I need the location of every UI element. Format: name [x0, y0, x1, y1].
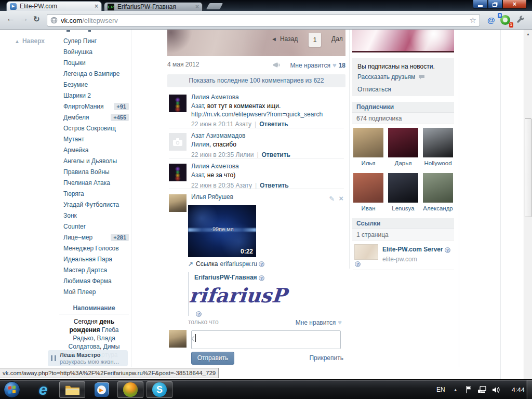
sidebar-item[interactable]: Дембеля+455 — [63, 112, 129, 123]
mention-link[interactable]: Азат — [191, 171, 204, 179]
sidebar-item[interactable]: Зонк — [63, 210, 129, 221]
sidebar-item[interactable]: Идеальная Пара — [63, 254, 129, 264]
subscriber[interactable]: Hollywood — [423, 128, 453, 166]
taskbar-item-orb-app[interactable] — [117, 381, 143, 398]
action-center-flag-icon[interactable] — [466, 386, 472, 393]
subscriber-name[interactable]: Илья — [353, 160, 383, 166]
clock[interactable]: 4:44 — [512, 386, 525, 394]
site-rating-badge-icon[interactable]: ? — [259, 261, 264, 267]
reply-link[interactable]: Ответить — [260, 182, 288, 189]
comment-url-link[interactable]: http://m.vk.com/elitepwserv?from=quick_s… — [191, 111, 345, 118]
subscriber-name[interactable]: Дарья — [388, 160, 418, 166]
site-rating-badge-icon[interactable]: ? — [259, 275, 264, 281]
mail-extension-icon[interactable]: @ — [487, 16, 495, 24]
site-rating-badge-icon[interactable]: ? — [445, 247, 450, 253]
comment-author-link[interactable]: Лилия Ахметова — [191, 163, 345, 170]
subscriber-name[interactable]: Hollywood — [423, 160, 453, 166]
sidebar-item[interactable]: Правила Войны — [63, 166, 129, 177]
back-button[interactable]: ← — [6, 14, 15, 24]
show-comments-link[interactable]: Показать последние 100 комментариев из 6… — [167, 74, 345, 87]
tray-expand-icon[interactable]: ▲ — [454, 388, 458, 392]
wrench-menu-icon[interactable] — [516, 16, 525, 26]
address-url[interactable]: vk.com/elitepwserv — [61, 17, 470, 24]
photo-back-link[interactable]: ◄Назад — [271, 35, 298, 43]
edit-icon[interactable]: ✎ — [329, 195, 335, 203]
tab-elite-pw[interactable]: ▶ Elite-PW.com × — [6, 1, 102, 11]
sidebar-item[interactable]: Угадай Футболиста — [63, 199, 129, 210]
language-indicator[interactable]: EN — [436, 386, 445, 393]
tell-friends-link[interactable]: Рассказать друзьям — [357, 73, 449, 81]
sidebar-item[interactable]: Любимая Ферма — [63, 275, 129, 286]
subscriber-name[interactable]: Иван — [353, 205, 383, 211]
network-icon[interactable] — [478, 386, 486, 393]
subscriber-avatar[interactable] — [423, 128, 453, 157]
sidebar-item[interactable]: Поцыки — [63, 57, 129, 68]
new-tab-button[interactable] — [206, 3, 223, 9]
volume-icon[interactable] — [493, 387, 500, 393]
sidebar-item[interactable]: Мутант — [63, 134, 129, 144]
taskbar-item-wmp[interactable]: ▶ — [88, 381, 114, 398]
forward-button[interactable]: → — [20, 14, 29, 24]
unsubscribe-link[interactable]: Отписаться — [357, 86, 449, 93]
sidebar-item[interactable]: Легенда о Вампире — [63, 68, 129, 79]
bookmark-star-icon[interactable]: ☆ — [470, 16, 476, 25]
close-window-button[interactable]: × — [502, 0, 527, 9]
reply-link[interactable]: Ответить — [262, 151, 290, 158]
attach-link[interactable]: Прикрепить — [309, 354, 343, 362]
link-title[interactable]: Elite-PW.com Server — [382, 246, 443, 253]
comment-author-link[interactable]: Лилия Ахметова — [191, 94, 345, 101]
like-link[interactable]: Мне нравится — [296, 319, 336, 326]
taskbar-item-explorer[interactable] — [59, 381, 85, 398]
sidebar-item[interactable]: Остров Сокровищ — [63, 123, 129, 134]
mention-link[interactable]: Лилия — [191, 141, 209, 148]
sidebar-item[interactable]: ФлиртоМания+91 — [63, 101, 129, 112]
promo-image[interactable] — [352, 30, 454, 52]
pause-icon[interactable] — [51, 355, 56, 361]
subscriber-name[interactable]: Александр — [423, 205, 453, 211]
comment-author-link[interactable]: Азат Азизмамадов — [191, 132, 345, 139]
attachment-url-link[interactable]: erifariuspw.ru — [220, 260, 257, 268]
commenter-avatar[interactable] — [169, 164, 187, 181]
subscriber-avatar[interactable] — [353, 128, 383, 157]
tab-erifarius[interactable]: ER ErifariusPW-Главная × — [104, 2, 203, 11]
sidebar-item[interactable]: Менеджер Голосов — [63, 243, 129, 254]
restore-button[interactable] — [488, 0, 502, 9]
taskbar-item-skype[interactable]: S — [147, 381, 172, 398]
subscriber[interactable]: Иван — [353, 173, 383, 211]
photo-page-number[interactable]: 1 — [309, 33, 321, 47]
subscriber-avatar[interactable] — [423, 173, 453, 203]
like-count[interactable]: 18 — [339, 62, 345, 69]
site-rating-badge-icon[interactable]: ? — [355, 261, 361, 267]
subscribers-header[interactable]: Подписчики — [352, 102, 454, 113]
repost-title-link[interactable]: ErifariusPW-Главная — [194, 274, 257, 281]
sidebar-item[interactable]: Ангелы и Дьяволы — [63, 155, 129, 166]
subscriber-avatar[interactable] — [388, 173, 418, 203]
address-bar[interactable]: vk.com/elitepwserv ☆ — [47, 14, 480, 26]
delete-icon[interactable]: × — [339, 194, 343, 203]
subscriber-avatar[interactable] — [388, 128, 418, 157]
sidebar-item[interactable]: Мой Плеер — [63, 286, 129, 297]
photo-next-link[interactable]: Дал — [331, 35, 343, 43]
subscriber-name[interactable]: Lenusya — [388, 205, 418, 211]
scrollbar-thumb[interactable] — [525, 118, 531, 217]
links-header[interactable]: Ссылки — [352, 218, 454, 229]
start-button[interactable] — [4, 381, 20, 398]
rating-extension-icon[interactable]: 0 1 — [500, 15, 510, 25]
like-link[interactable]: Мне нравится — [290, 62, 330, 69]
comment-author-link[interactable]: Илья Рябушев — [191, 193, 345, 201]
sidebar-item[interactable]: Войнушка — [63, 46, 129, 57]
site-rating-badge-icon[interactable]: ? — [196, 311, 202, 317]
reply-link[interactable]: Ответить — [259, 121, 288, 128]
send-button[interactable]: Отправить — [191, 352, 234, 365]
taskbar-item-ie[interactable]: e — [30, 381, 56, 398]
sidebar-item[interactable]: Лице–мер+281 — [63, 232, 129, 243]
sidebar-item[interactable]: Мастер Дартса — [63, 264, 129, 275]
video-attachment[interactable]: -99пе мя 0:22 — [188, 205, 256, 257]
audio-player-popup[interactable]: Лёша Маэстро разукрась мою жизн… — [48, 350, 128, 366]
sidebar-item[interactable]: Тюряга — [63, 188, 129, 199]
subscriber[interactable]: Илья — [353, 128, 383, 166]
show-desktop-button[interactable] — [526, 380, 532, 399]
tab-close-icon[interactable]: × — [195, 4, 199, 9]
commenter-avatar[interactable] — [169, 194, 187, 212]
subscriber-avatar[interactable] — [353, 173, 383, 203]
